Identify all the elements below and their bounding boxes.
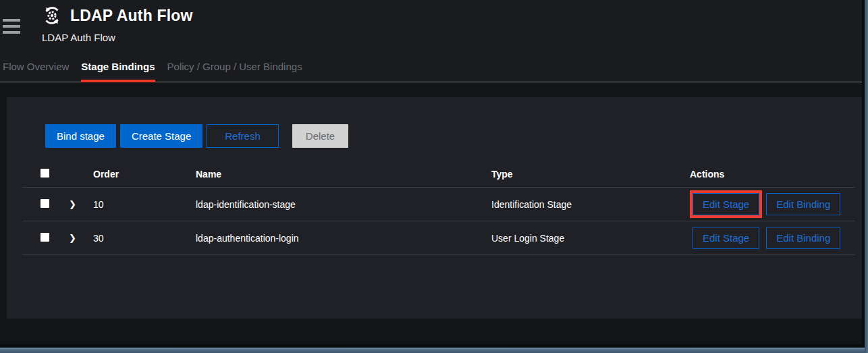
- flow-stages-icon: [42, 5, 62, 26]
- cell-order: 10: [93, 199, 196, 210]
- tab-flow-overview[interactable]: Flow Overview: [3, 59, 69, 82]
- column-header-type: Type: [491, 169, 690, 180]
- content-area: Bind stage Create Stage Refresh Delete O…: [0, 82, 862, 319]
- tab-bar: Flow Overview Stage Bindings Policy / Gr…: [0, 50, 862, 82]
- table-row: ❯ 30 ldap-authentication-login User Logi…: [22, 221, 855, 255]
- stage-bindings-card: Bind stage Create Stage Refresh Delete O…: [7, 97, 862, 319]
- stage-bindings-table: Order Name Type Actions ❯ 10 ldap-identi…: [22, 161, 855, 255]
- edit-stage-button[interactable]: Edit Stage: [693, 227, 759, 249]
- create-stage-button[interactable]: Create Stage: [120, 124, 202, 148]
- chevron-right-icon[interactable]: ❯: [63, 233, 93, 243]
- cell-name: ldap-identification-stage: [196, 199, 491, 210]
- hamburger-menu-icon[interactable]: [3, 19, 20, 34]
- row-checkbox[interactable]: [40, 199, 49, 208]
- toolbar: Bind stage Create Stage Refresh Delete: [7, 97, 862, 148]
- annotation-highlight-box: Edit Stage: [690, 190, 762, 218]
- bind-stage-button[interactable]: Bind stage: [45, 124, 116, 148]
- column-header-actions: Actions: [690, 169, 855, 180]
- row-checkbox[interactable]: [40, 233, 49, 242]
- table-header-row: Order Name Type Actions: [22, 161, 855, 188]
- refresh-button[interactable]: Refresh: [207, 124, 279, 148]
- page-title: LDAP Auth Flow: [70, 7, 193, 25]
- chevron-right-icon[interactable]: ❯: [63, 199, 93, 209]
- window-border-bottom: [0, 348, 868, 353]
- delete-button[interactable]: Delete: [292, 124, 348, 148]
- cell-type: User Login Stage: [491, 233, 690, 244]
- table-row: ❯ 10 ldap-identification-stage Identific…: [22, 188, 855, 221]
- app-content: LDAP Auth Flow LDAP Auth Flow Flow Overv…: [0, 0, 862, 344]
- tab-stage-bindings[interactable]: Stage Bindings: [81, 59, 155, 82]
- column-header-order: Order: [93, 169, 196, 180]
- cell-order: 30: [93, 233, 196, 244]
- app-window: LDAP Auth Flow LDAP Auth Flow Flow Overv…: [0, 0, 868, 353]
- cell-type: Identification Stage: [491, 199, 690, 210]
- column-header-name: Name: [196, 169, 491, 180]
- page-header: LDAP Auth Flow LDAP Auth Flow: [0, 0, 862, 50]
- window-border-right: [865, 0, 868, 353]
- select-all-checkbox[interactable]: [40, 169, 49, 178]
- page-subtitle: LDAP Auth Flow: [42, 32, 862, 43]
- edit-stage-button[interactable]: Edit Stage: [693, 193, 759, 215]
- cell-name: ldap-authentication-login: [196, 233, 491, 244]
- tab-policy-group-user-bindings[interactable]: Policy / Group / User Bindings: [167, 59, 302, 82]
- edit-binding-button[interactable]: Edit Binding: [766, 193, 840, 215]
- edit-binding-button[interactable]: Edit Binding: [766, 227, 840, 249]
